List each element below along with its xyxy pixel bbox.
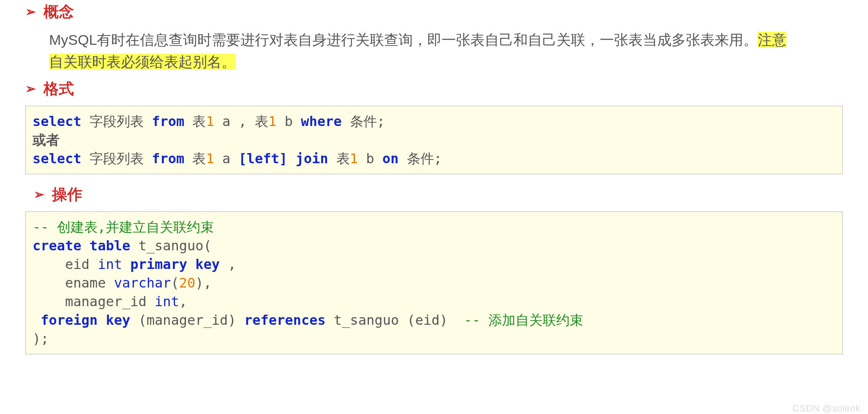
num-one: 1: [206, 151, 214, 167]
kw-int: int: [98, 256, 122, 272]
text-table: 表: [184, 113, 206, 129]
heading-concept: 概念: [44, 3, 74, 20]
sql-comment: -- 添加自关联约束: [464, 312, 583, 328]
text-table: 表: [184, 151, 206, 167]
text-col-manager: manager_id: [33, 293, 155, 310]
num-one-b: 1: [350, 151, 358, 167]
kw-where: where: [301, 113, 341, 129]
kw-primary: primary: [130, 256, 187, 272]
arrow-icon: ➢: [25, 80, 36, 97]
bracket-left: [left]: [239, 151, 288, 167]
text-table-b: 表: [336, 151, 350, 167]
kw-references: references: [244, 312, 326, 328]
text-or: 或者: [33, 132, 60, 148]
text-close-paren: );: [33, 331, 49, 347]
text-comma: ,: [220, 256, 236, 272]
watermark-text: CSDN @soleok: [793, 403, 860, 414]
kw-select: select: [33, 151, 82, 167]
sp: [98, 312, 106, 328]
sp: [122, 256, 130, 272]
text-col-ename: ename: [33, 275, 114, 291]
text-alias-a: a ,: [214, 113, 255, 129]
kw-join: join: [287, 151, 336, 167]
paren-left: (: [171, 275, 179, 291]
text-comma: ,: [179, 293, 187, 310]
kw-create: create: [33, 238, 82, 254]
concept-body-text: MySQL有时在信息查询时需要进行对表自身进行关联查询，即一张表自己和自己关联，…: [25, 29, 843, 73]
text-fieldlist: 字段列表: [82, 113, 152, 129]
num-one: 1: [206, 113, 214, 129]
code-block-format: select 字段列表 from 表1 a , 表1 b where 条件; 或…: [25, 106, 843, 174]
num-one-b: 1: [268, 113, 276, 129]
text-table-name: t_sanguo(: [130, 238, 212, 254]
kw-table: table: [90, 238, 130, 254]
text-condition: 条件;: [399, 151, 442, 167]
text-condition: 条件;: [341, 113, 385, 129]
arrow-icon: ➢: [25, 3, 36, 20]
text-fk-ref: t_sanguo (eid): [326, 312, 464, 328]
sp: [33, 312, 41, 328]
code-block-operation: -- 创建表,并建立自关联约束 create table t_sanguo( e…: [25, 211, 843, 354]
concept-text-prefix: MySQL有时在信息查询时需要进行对表自身进行关联查询，即一张表自己和自己关联，…: [49, 32, 758, 48]
kw-foreign: foreign: [41, 312, 98, 328]
sql-comment: -- 创建表,并建立自关联约束: [33, 219, 214, 235]
text-fieldlist: 字段列表: [82, 151, 152, 167]
sp: [187, 256, 195, 272]
paren-right-comma: ),: [195, 275, 212, 291]
section-heading-concept: ➢ 概念: [25, 3, 843, 20]
kw-from: from: [152, 113, 184, 129]
sp: [82, 238, 90, 254]
text-fk-cols: (manager_id): [130, 312, 244, 328]
heading-operation: 操作: [52, 186, 82, 203]
kw-varchar: varchar: [114, 275, 171, 291]
kw-select: select: [33, 113, 82, 129]
section-heading-format: ➢ 格式: [25, 80, 843, 97]
arrow-icon: ➢: [34, 186, 44, 203]
kw-on: on: [382, 151, 399, 167]
text-alias-b: b: [276, 113, 301, 129]
kw-int: int: [155, 293, 179, 310]
kw-key: key: [106, 312, 130, 328]
text-alias-b: b: [358, 151, 382, 167]
text-col-eid: eid: [33, 256, 98, 272]
text-table-b: 表: [255, 113, 268, 129]
kw-from: from: [152, 151, 184, 167]
text-alias-a: a: [214, 151, 239, 167]
heading-format: 格式: [44, 80, 74, 97]
num-twenty: 20: [179, 275, 196, 291]
section-heading-operation: ➢ 操作: [34, 186, 843, 203]
kw-key: key: [195, 256, 220, 272]
